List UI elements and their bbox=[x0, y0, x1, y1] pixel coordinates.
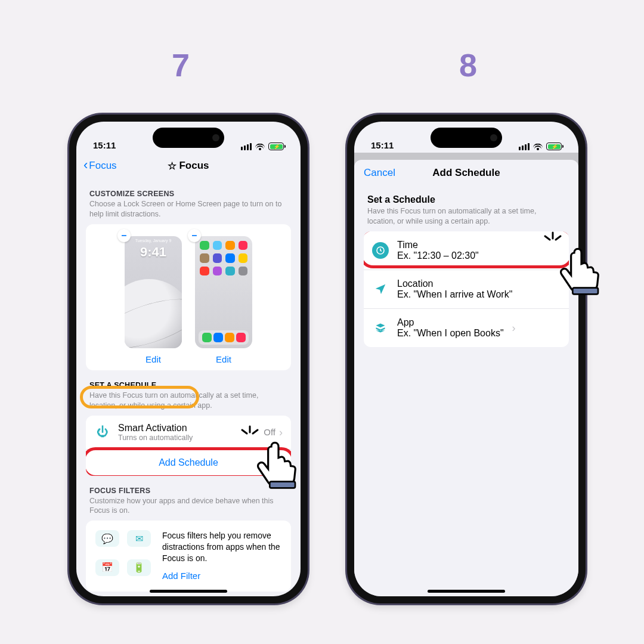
nav-bar: ‹ Focus ☆ Focus bbox=[76, 153, 301, 179]
filter-icons: 💬 ✉︎ 📅 🔋 bbox=[95, 530, 153, 582]
phone-left: 15:11 ‹ Focus ☆ Focus CUSTOMIZE SCREENS … bbox=[69, 114, 308, 603]
status-time: 15:11 bbox=[93, 140, 116, 150]
clock-icon bbox=[372, 242, 389, 259]
lockscreen-preview[interactable]: Tuesday, January 9 9:41 – Edit bbox=[122, 234, 184, 364]
messages-icon: 💬 bbox=[95, 530, 119, 547]
smart-activation-state: Off bbox=[264, 427, 275, 437]
chevron-right-icon: › bbox=[279, 427, 283, 438]
smart-activation-sub: Turns on automatically bbox=[118, 434, 256, 442]
lock-date: Tuesday, January 9 bbox=[125, 239, 182, 243]
cellular-icon bbox=[241, 143, 252, 150]
mail-icon: ✉︎ bbox=[127, 530, 151, 547]
section-customize-desc: Choose a Lock Screen or Home Screen page… bbox=[89, 199, 287, 219]
option-time-row[interactable]: Time Ex. "12:30 – 02:30" bbox=[364, 231, 569, 270]
sheet-title: Add Schedule bbox=[432, 167, 500, 179]
option-time-sub: Ex. "12:30 – 02:30" bbox=[397, 250, 479, 261]
customize-card: Tuesday, January 9 9:41 – Edit – bbox=[86, 224, 291, 370]
content-left: CUSTOMIZE SCREENS Choose a Lock Screen o… bbox=[76, 179, 301, 596]
homescreen-preview[interactable]: – Edit bbox=[193, 234, 255, 364]
battery-icon bbox=[268, 143, 284, 150]
filters-card: 💬 ✉︎ 📅 🔋 Focus filters help you remove d… bbox=[86, 521, 291, 592]
wifi-icon bbox=[533, 143, 543, 150]
section-set-schedule-desc: Have this Focus turn on automatically at… bbox=[367, 206, 565, 227]
edit-lockscreen-link[interactable]: Edit bbox=[122, 354, 184, 364]
dynamic-island bbox=[431, 128, 502, 148]
sheet-nav: Cancel Add Schedule bbox=[354, 160, 578, 186]
option-app-row[interactable]: App Ex. "When I open Books" › bbox=[364, 308, 569, 347]
section-customize-heading: CUSTOMIZE SCREENS bbox=[89, 190, 287, 198]
option-location-title: Location bbox=[397, 278, 512, 289]
section-set-schedule-heading: Set a Schedule bbox=[367, 194, 565, 205]
chevron-left-icon: ‹ bbox=[83, 159, 88, 172]
smart-activation-row[interactable]: ⏻ Smart Activation Turns on automaticall… bbox=[86, 416, 291, 449]
section-filters-heading: FOCUS FILTERS bbox=[89, 487, 287, 495]
status-time: 15:11 bbox=[371, 140, 394, 150]
lock-time: 9:41 bbox=[125, 244, 182, 260]
add-filter-link[interactable]: Add Filter bbox=[162, 570, 281, 582]
step-number-left: 7 bbox=[172, 47, 190, 83]
app-icon bbox=[372, 322, 389, 334]
filters-blurb: Focus filters help you remove distractio… bbox=[162, 531, 280, 563]
page-title: ☆ Focus bbox=[168, 160, 209, 172]
cancel-button[interactable]: Cancel bbox=[364, 167, 395, 179]
dynamic-island bbox=[153, 128, 224, 148]
add-schedule-button[interactable]: Add Schedule bbox=[86, 449, 291, 476]
wifi-icon bbox=[255, 143, 265, 150]
remove-lockscreen-button[interactable]: – bbox=[117, 229, 131, 242]
schedule-card: ⏻ Smart Activation Turns on automaticall… bbox=[86, 416, 291, 476]
section-schedule-desc: Have this Focus turn on automatically at… bbox=[89, 391, 287, 411]
option-app-sub: Ex. "When I open Books" bbox=[397, 328, 504, 339]
step-number-right: 8 bbox=[459, 47, 477, 83]
screen-left: 15:11 ‹ Focus ☆ Focus CUSTOMIZE SCREENS … bbox=[76, 122, 301, 596]
home-indicator[interactable] bbox=[428, 590, 505, 593]
battery-icon bbox=[546, 143, 562, 150]
option-location-sub: Ex. "When I arrive at Work" bbox=[397, 289, 512, 300]
back-label: Focus bbox=[89, 160, 116, 172]
cellular-icon bbox=[519, 143, 530, 150]
sheet: Cancel Add Schedule Set a Schedule Have … bbox=[354, 160, 578, 596]
home-indicator[interactable] bbox=[150, 590, 227, 593]
smart-activation-title: Smart Activation bbox=[118, 423, 256, 434]
section-schedule-heading: SET A SCHEDULE bbox=[89, 381, 287, 389]
section-filters-desc: Customize how your apps and device behav… bbox=[89, 496, 287, 516]
edit-homescreen-link[interactable]: Edit bbox=[193, 354, 255, 364]
low-power-icon: 🔋 bbox=[127, 559, 151, 576]
option-location-row[interactable]: Location Ex. "When I arrive at Work" bbox=[364, 270, 569, 308]
calendar-icon: 📅 bbox=[95, 559, 119, 576]
back-button[interactable]: ‹ Focus bbox=[83, 159, 117, 172]
screen-right: 15:11 Cancel Add Schedule Set a Schedule… bbox=[354, 122, 578, 596]
schedule-options-card: Time Ex. "12:30 – 02:30" Location Ex. "W… bbox=[364, 231, 569, 347]
option-app-title: App bbox=[397, 317, 504, 328]
power-icon: ⏻ bbox=[94, 425, 111, 439]
option-time-title: Time bbox=[397, 240, 479, 250]
phone-right: 15:11 Cancel Add Schedule Set a Schedule… bbox=[347, 114, 586, 603]
chevron-right-icon: › bbox=[512, 323, 516, 333]
remove-homescreen-button[interactable]: – bbox=[188, 229, 201, 242]
star-icon: ☆ bbox=[168, 160, 177, 172]
location-icon bbox=[372, 283, 389, 296]
